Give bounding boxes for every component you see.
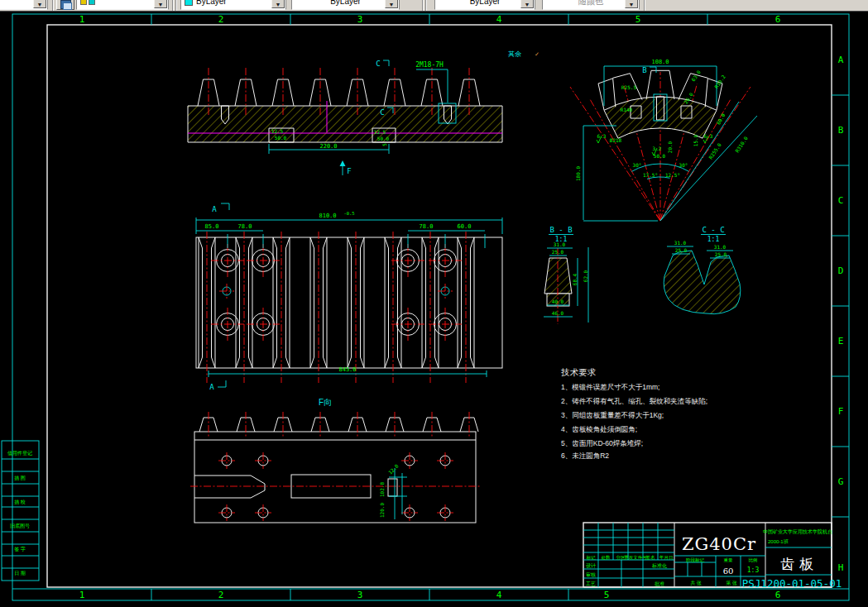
zone-label: 2 (218, 14, 224, 25)
strip-row-label: 借用件登记 (7, 450, 32, 456)
top-toolbar: ▼ ▼ ByLayer ▼ ByLayer ▼ ByLayer ▼ 随颜色 ▼ (0, 0, 868, 12)
layer-combo[interactable]: ▼ (76, 0, 169, 10)
dim-label: 15.0 (693, 134, 698, 146)
chevron-down-icon[interactable]: ▼ (520, 0, 534, 8)
chevron-down-icon[interactable]: ▼ (33, 0, 46, 8)
strip-row-label: 旧底图号 (10, 523, 30, 529)
zone-label: 6 (775, 14, 781, 25)
section-cc: C - C 1:1 31.0 25.0 31.0 25.0 (664, 226, 741, 314)
toolbar-separator (175, 0, 177, 11)
dim-label: R25.5 (621, 84, 636, 90)
chevron-down-icon[interactable]: ▼ (625, 0, 638, 8)
tb-label-stagemark: 阶段标记 (686, 557, 705, 563)
title-block: 标记 处数 分区 更改文件号 签名 年月日 设计 标准化 审核 工艺 批准 阶段… (583, 523, 842, 590)
chevron-down-icon[interactable]: ▼ (271, 0, 285, 8)
dim-tolerance-label: -0.5 (343, 211, 354, 216)
cut-label: C (376, 60, 380, 68)
roughness-check-icon: ✓ (375, 128, 378, 134)
toolbar-separator (52, 0, 54, 11)
tb-label-design: 设计 (586, 562, 596, 568)
toolbar-separator (425, 0, 427, 11)
dim-label: R140 (621, 107, 633, 112)
chevron-down-icon[interactable]: ▼ (385, 0, 398, 8)
dim-label: 60.0 (458, 223, 472, 230)
layer-manager-button[interactable] (56, 0, 74, 10)
tech-req-item: 5、齿面用KD-60焊条堆焊; (561, 439, 643, 447)
roughness-check-icon: ✓ (535, 50, 540, 58)
strip-row-label: 日 期 (14, 571, 26, 576)
color-value: ByLayer (196, 0, 227, 6)
dim-label: 78.0 (420, 223, 434, 230)
tb-label-mark: 标记 (586, 555, 597, 561)
cut-label: B (642, 66, 646, 74)
tb-label-date: 年月日 (659, 555, 674, 561)
dim-label: 50.0 (654, 153, 666, 159)
strip-row-label: 描 校 (14, 499, 26, 505)
toolbar-separator (422, 0, 424, 11)
dim-label: 46.0 (552, 310, 564, 316)
zone-label: 5 (635, 14, 641, 25)
zone-label: 3 (357, 590, 363, 600)
surface-roughness-note: 其余 ✓ (508, 50, 540, 58)
linetype-value: ByLayer (330, 0, 361, 6)
dim-label: 31.0 (554, 241, 566, 247)
zone-label: A (838, 55, 844, 65)
zone-label: 6 (775, 590, 781, 600)
dim-label: 845.0 (338, 366, 356, 373)
tb-label-standardize: 标准化 (651, 563, 667, 569)
chevron-down-icon[interactable]: ▼ (154, 0, 167, 8)
tb-weight-value: 60 (723, 566, 734, 576)
toolbar-combo-partial[interactable]: ▼ (0, 0, 48, 10)
tech-req-item: 4、齿板棱角处须倒圆角; (561, 425, 637, 433)
tb-label-sheet-no: 第 张 (726, 581, 737, 586)
zone-label: E (838, 336, 844, 347)
lineweight-control-combo[interactable]: ByLayer ▼ (434, 0, 535, 10)
zone-label: G (838, 476, 844, 487)
dim-label: 31.0 (674, 240, 687, 246)
surface-note-label: 其余 (508, 50, 521, 58)
zone-label: B (838, 125, 844, 136)
tb-label-review: 审核 (586, 571, 596, 577)
dim-label: 31.0 (714, 244, 727, 250)
toolbar-separator (172, 0, 174, 11)
dim-label: 68.4 (572, 273, 578, 285)
tech-req-item: 1、模锻件误差尺寸不大于1mm; (561, 383, 659, 391)
dim-label: 25.0 (552, 249, 564, 255)
zone-label: F (838, 406, 844, 417)
linetype-control-combo[interactable]: ByLayer ▼ (291, 0, 400, 10)
dim-label: 12.0 (387, 462, 400, 475)
zone-label: C (838, 195, 844, 206)
dim-label: 50.0 (377, 136, 390, 141)
plotstyle-control-combo[interactable]: 随颜色 ▼ (542, 0, 640, 10)
tb-part-name: 齿板 (780, 556, 818, 572)
dim-label: 220.0 (319, 143, 337, 150)
tb-label-signature: 签名 (646, 555, 655, 561)
cut-label: A (209, 383, 214, 391)
color-control-combo[interactable]: ByLayer ▼ (180, 0, 286, 10)
zone-label: 3 (357, 14, 363, 25)
dim-label: 25.0 (715, 251, 727, 257)
zone-label: D (838, 265, 844, 276)
tech-req-title: 技术要求 (561, 367, 597, 377)
left-strip-table: 借用件登记 描 图 描 校 旧底图号 签 字 日 期 (2, 441, 39, 581)
dim-label: 120.0 (379, 503, 385, 518)
dim-label: R255.0 (707, 141, 722, 160)
plotstyle-value: 随颜色 (578, 0, 603, 7)
drawing-canvas[interactable]: 1 2 3 4 5 6 1 2 3 4 5 6 A B C D E F G H … (0, 0, 868, 607)
tb-drawing-number: PSJ1200-01-05-01 (742, 577, 842, 590)
section-label: B - B (549, 226, 572, 234)
angle-label: 30° (679, 162, 688, 168)
dim-label: 180.0 (575, 166, 581, 181)
dim-label: 50.0 (275, 135, 287, 141)
dim-label: 62.0 (583, 270, 588, 282)
zone-label: 4 (496, 590, 502, 600)
tb-label-process: 工艺 (586, 581, 596, 586)
view-plan: 810.0 -0.5 85.0 78.0 78.0 60.0 845.0 A A (196, 203, 502, 391)
section-bb: B - B 1:1 31.0 25.0 68.4 62.0 40.0 46.0 (544, 226, 588, 324)
tech-req-item: 2、铸件不得有气孔、缩孔、裂纹和夹渣等缺陷; (561, 397, 707, 405)
dim-label: Ø218 (610, 137, 622, 143)
thread-dim-label: 2M18-7H (415, 61, 444, 69)
roughness-check-icon: ✓ (272, 127, 276, 133)
tb-label-sheets-total: 共 张 (690, 581, 702, 586)
tb-material: ZG40Cr (682, 534, 756, 554)
